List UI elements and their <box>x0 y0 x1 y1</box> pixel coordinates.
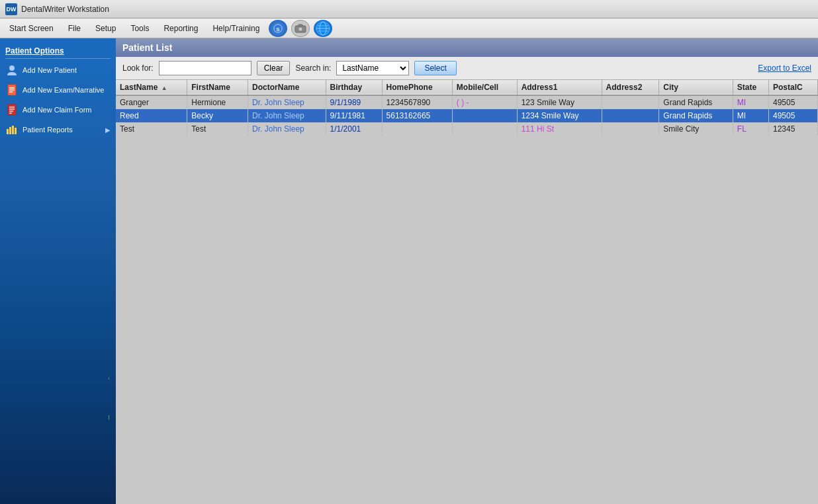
menu-setup[interactable]: Setup <box>89 21 122 36</box>
patient-list-header: Patient List <box>116 38 818 57</box>
main-layout: Patient Options Add New Patient <box>0 38 818 504</box>
patient-data-table: LastName ▲ FirstName DoctorName Birthday… <box>116 80 818 136</box>
col-state[interactable]: State <box>733 80 768 95</box>
content-area: Patient List Look for: Clear Search in: … <box>116 38 818 504</box>
sidebar-add-claim-label: Add New Claim Form <box>23 106 92 114</box>
reports-arrow-icon: ▶ <box>105 126 111 134</box>
search-input[interactable] <box>159 61 251 75</box>
table-cell: 123 Smile Way <box>517 95 602 109</box>
table-cell: Grand Rapids <box>659 95 733 109</box>
table-cell: Dr. John Sleep <box>248 122 326 136</box>
table-cell: Test <box>187 122 248 136</box>
table-cell: 111 Hi St <box>517 122 602 136</box>
table-cell: Granger <box>116 95 187 109</box>
app-logo: DW <box>5 3 17 15</box>
globe-icon[interactable] <box>314 20 332 37</box>
sidebar: Patient Options Add New Patient <box>0 38 116 504</box>
search-in-label: Search in: <box>295 63 331 73</box>
col-city[interactable]: City <box>659 80 733 95</box>
sidebar-item-patient-reports[interactable]: Patient Reports ▶ <box>0 120 116 140</box>
table-cell: 1234567890 <box>382 95 452 109</box>
col-lastname[interactable]: LastName ▲ <box>116 80 187 95</box>
table-row[interactable]: TestTestDr. John Sleep1/1/2001111 Hi StS… <box>116 122 818 136</box>
table-cell: 5613162665 <box>382 109 452 122</box>
svg-rect-4 <box>298 24 302 26</box>
menu-tools[interactable]: Tools <box>124 21 156 36</box>
col-homephone[interactable]: HomePhone <box>382 80 452 95</box>
table-cell: Test <box>116 122 187 136</box>
col-postalcode[interactable]: PostalC <box>769 80 818 95</box>
svg-rect-21 <box>9 127 11 134</box>
sidebar-section-title: Patient Options <box>0 44 116 57</box>
table-cell <box>602 109 659 122</box>
sidebar-logo-decoration: entalWriter <box>3 325 109 491</box>
menu-file[interactable]: File <box>62 21 87 36</box>
table-cell <box>602 122 659 136</box>
sidebar-patient-reports-label: Patient Reports <box>23 126 73 134</box>
table-cell: 49505 <box>769 95 818 109</box>
menu-help-training[interactable]: Help/Training <box>206 21 266 36</box>
search-dropdown[interactable]: LastName FirstName DoctorName Birthday <box>336 61 409 75</box>
table-cell: 49505 <box>769 109 818 122</box>
search-bar: Look for: Clear Search in: LastName Firs… <box>116 57 818 80</box>
table-cell: Becky <box>187 109 248 122</box>
svg-text:S: S <box>277 26 281 32</box>
table-header-row: LastName ▲ FirstName DoctorName Birthday… <box>116 80 818 95</box>
patient-list-title: Patient List <box>122 42 172 53</box>
table-cell: Dr. John Sleep <box>248 109 326 122</box>
svg-point-10 <box>9 65 15 71</box>
menu-start-screen[interactable]: Start Screen <box>3 21 60 36</box>
table-cell <box>452 122 517 136</box>
table-cell: MI <box>733 109 768 122</box>
select-button[interactable]: Select <box>414 61 456 75</box>
app-title: DentalWriter Workstation <box>21 5 109 14</box>
safe-mode-icon[interactable]: S <box>269 20 287 37</box>
claim-icon <box>5 103 19 116</box>
table-cell: 9/1/1989 <box>326 95 382 109</box>
sidebar-add-patient-label: Add New Patient <box>23 66 77 74</box>
svg-text:entalWriter: entalWriter <box>104 347 109 468</box>
svg-rect-15 <box>8 105 16 115</box>
patient-table: LastName ▲ FirstName DoctorName Birthday… <box>116 80 818 504</box>
table-cell <box>452 109 517 122</box>
table-cell: Reed <box>116 109 187 122</box>
sidebar-divider <box>5 58 111 59</box>
sidebar-item-add-patient[interactable]: Add New Patient <box>0 60 116 80</box>
table-cell: ( ) - <box>452 95 517 109</box>
table-cell <box>382 122 452 136</box>
menu-reporting[interactable]: Reporting <box>157 21 204 36</box>
table-cell: Smile City <box>659 122 733 136</box>
patient-list-panel: Patient List Look for: Clear Search in: … <box>116 38 818 504</box>
col-doctorname[interactable]: DoctorName <box>248 80 326 95</box>
form-icon <box>5 83 19 97</box>
table-cell <box>602 95 659 109</box>
col-firstname[interactable]: FirstName <box>187 80 248 95</box>
svg-rect-23 <box>15 128 17 134</box>
col-address2[interactable]: Address2 <box>602 80 659 95</box>
clear-button[interactable]: Clear <box>257 61 291 75</box>
sidebar-item-add-exam[interactable]: Add New Exam/Narrative <box>0 80 116 100</box>
table-cell: 12345 <box>769 122 818 136</box>
table-row[interactable]: ReedBeckyDr. John Sleep9/11/198156131626… <box>116 109 818 122</box>
camera-icon[interactable] <box>291 20 310 37</box>
menu-bar: Start Screen File Setup Tools Reporting … <box>0 19 818 38</box>
col-birthday[interactable]: Birthday <box>326 80 382 95</box>
title-bar: DW DentalWriter Workstation <box>0 0 818 19</box>
sidebar-item-add-claim[interactable]: Add New Claim Form <box>0 100 116 120</box>
look-for-label: Look for: <box>122 63 154 73</box>
table-cell: Grand Rapids <box>659 109 733 122</box>
sidebar-add-exam-label: Add New Exam/Narrative <box>23 86 105 94</box>
col-mobilecell[interactable]: Mobile/Cell <box>452 80 517 95</box>
table-cell: 1/1/2001 <box>326 122 382 136</box>
table-cell: MI <box>733 95 768 109</box>
col-address1[interactable]: Address1 <box>517 80 602 95</box>
table-cell: 9/11/1981 <box>326 109 382 122</box>
svg-rect-20 <box>7 129 9 134</box>
patient-table-body: GrangerHermioneDr. John Sleep9/1/1989123… <box>116 95 818 136</box>
table-cell: Hermione <box>187 95 248 109</box>
table-row[interactable]: GrangerHermioneDr. John Sleep9/1/1989123… <box>116 95 818 109</box>
person-icon <box>5 63 19 77</box>
table-cell: 1234 Smile Way <box>517 109 602 122</box>
table-cell: FL <box>733 122 768 136</box>
export-to-excel-link[interactable]: Export to Excel <box>758 63 811 73</box>
